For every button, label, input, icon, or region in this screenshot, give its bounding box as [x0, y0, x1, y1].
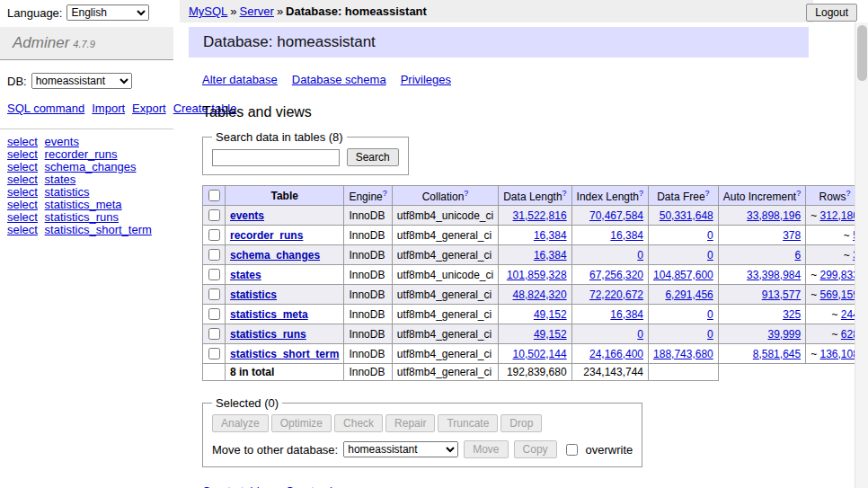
- data-free-link[interactable]: 6,291,456: [665, 288, 713, 301]
- sidebar-select-link-statistics-short-term[interactable]: select: [7, 223, 38, 236]
- auto-increment-link[interactable]: 325: [783, 308, 801, 321]
- overwrite-checkbox[interactable]: [566, 444, 578, 456]
- search-input[interactable]: [212, 149, 340, 166]
- data-length-link[interactable]: 31,522,816: [513, 209, 567, 222]
- data-free-link[interactable]: 0: [707, 308, 713, 321]
- optimize-button[interactable]: Optimize: [271, 414, 332, 432]
- row-checkbox-schema-changes[interactable]: [208, 249, 220, 261]
- sidebar-link-import[interactable]: Import: [92, 102, 125, 115]
- analyze-button[interactable]: Analyze: [212, 414, 269, 432]
- row-checkbox-recorder-runs[interactable]: [208, 229, 220, 241]
- sidebar-link-sql-command[interactable]: SQL command: [7, 102, 84, 115]
- data-length-link[interactable]: 10,502,144: [513, 348, 567, 360]
- table-name-link-statistics-runs[interactable]: statistics_runs: [230, 328, 306, 341]
- rows-link[interactable]: 136,108: [820, 348, 859, 360]
- select-all-checkbox[interactable]: [208, 190, 220, 201]
- data-free-link[interactable]: 0: [707, 229, 713, 242]
- table-name-link-statistics-short-term[interactable]: statistics_short_term: [230, 348, 339, 360]
- data-length-link[interactable]: 16,384: [534, 229, 567, 242]
- language-select[interactable]: English: [66, 4, 149, 21]
- sidebar-table-link-statistics-meta[interactable]: statistics_meta: [45, 198, 122, 211]
- auto-increment-link[interactable]: 8,581,645: [753, 348, 801, 360]
- row-checkbox-states[interactable]: [208, 269, 220, 280]
- db-action-link-database-schema[interactable]: Database schema: [292, 73, 386, 86]
- logout-button[interactable]: Logout: [806, 4, 857, 22]
- rows-link[interactable]: 569,159: [820, 288, 859, 301]
- index-length-link[interactable]: 24,166,400: [589, 348, 643, 360]
- doc-link-index-length[interactable]: ?: [639, 189, 643, 198]
- sidebar-table-link-statistics-short-term[interactable]: statistics_short_term: [45, 223, 152, 236]
- index-length-link[interactable]: 0: [637, 328, 643, 341]
- rows-link[interactable]: 312,180: [820, 209, 859, 222]
- auto-increment-link[interactable]: 378: [783, 229, 801, 242]
- copy-button[interactable]: Copy: [514, 440, 557, 458]
- data-length-link[interactable]: 49,152: [534, 308, 567, 321]
- scrollbar-thumb[interactable]: [857, 25, 867, 81]
- sidebar-table-link-states[interactable]: states: [45, 173, 76, 186]
- index-length-link[interactable]: 0: [637, 249, 643, 262]
- sidebar-select-link-statistics-runs[interactable]: select: [7, 210, 38, 224]
- sidebar-select-link-schema-changes[interactable]: select: [7, 160, 38, 173]
- index-length-link[interactable]: 72,220,672: [589, 288, 643, 301]
- drop-button[interactable]: Drop: [500, 414, 542, 432]
- row-checkbox-events[interactable]: [208, 209, 220, 221]
- index-length-link[interactable]: 16,384: [610, 229, 643, 242]
- index-length-link[interactable]: 70,467,584: [589, 209, 643, 222]
- truncate-button[interactable]: Truncate: [438, 414, 498, 432]
- create-link-create-table[interactable]: Create table: [202, 484, 266, 488]
- sidebar-table-link-recorder-runs[interactable]: recorder_runs: [45, 147, 118, 161]
- row-checkbox-statistics-meta[interactable]: [208, 308, 220, 320]
- db-action-link-privileges[interactable]: Privileges: [401, 73, 451, 86]
- auto-increment-link[interactable]: 33,898,196: [747, 209, 801, 222]
- search-button[interactable]: Search: [347, 148, 399, 166]
- table-name-link-statistics-meta[interactable]: statistics_meta: [230, 308, 308, 321]
- data-free-link[interactable]: 0: [707, 249, 713, 262]
- index-length-link[interactable]: 67,256,320: [589, 269, 643, 281]
- data-length-link[interactable]: 48,824,320: [513, 288, 567, 301]
- table-name-link-events[interactable]: events: [230, 209, 264, 222]
- sidebar-select-link-statistics-meta[interactable]: select: [7, 198, 38, 211]
- index-length-link[interactable]: 16,384: [610, 308, 643, 321]
- sidebar-table-link-schema-changes[interactable]: schema_changes: [45, 160, 137, 173]
- row-checkbox-statistics-runs[interactable]: [208, 328, 220, 340]
- doc-link-rows[interactable]: ?: [846, 189, 851, 198]
- sidebar-select-link-events[interactable]: select: [7, 135, 38, 148]
- db-select[interactable]: homeassistant: [31, 73, 132, 89]
- doc-link-collation[interactable]: ?: [464, 189, 468, 198]
- data-free-link[interactable]: 0: [707, 328, 713, 341]
- check-button[interactable]: Check: [334, 414, 383, 432]
- sidebar-select-link-states[interactable]: select: [7, 173, 38, 186]
- sidebar-link-export[interactable]: Export: [132, 102, 166, 115]
- data-length-link[interactable]: 49,152: [534, 328, 567, 341]
- data-free-link[interactable]: 50,331,648: [660, 209, 713, 222]
- breadcrumb-mysql-link[interactable]: MySQL: [189, 4, 227, 18]
- data-length-link[interactable]: 101,859,328: [507, 269, 567, 281]
- data-free-link[interactable]: 188,743,680: [653, 348, 713, 360]
- table-name-link-schema-changes[interactable]: schema_changes: [230, 249, 320, 262]
- sidebar-table-link-events[interactable]: events: [45, 135, 79, 148]
- move-db-select[interactable]: homeassistant: [343, 441, 458, 457]
- table-name-link-states[interactable]: states: [230, 269, 261, 281]
- auto-increment-link[interactable]: 39,999: [767, 328, 801, 341]
- breadcrumb-server-link[interactable]: Server: [240, 4, 274, 18]
- doc-link-data-length[interactable]: ?: [562, 189, 567, 198]
- table-name-link-statistics[interactable]: statistics: [230, 288, 277, 301]
- sidebar-select-link-recorder-runs[interactable]: select: [7, 147, 38, 161]
- row-checkbox-statistics-short-term[interactable]: [208, 348, 220, 359]
- rows-link[interactable]: 299,833: [820, 269, 859, 281]
- sidebar-table-link-statistics-runs[interactable]: statistics_runs: [45, 210, 119, 224]
- auto-increment-link[interactable]: 33,398,984: [747, 269, 801, 281]
- table-name-link-recorder-runs[interactable]: recorder_runs: [230, 229, 303, 242]
- doc-link-auto-increment[interactable]: ?: [796, 189, 801, 198]
- vertical-scrollbar[interactable]: [855, 22, 868, 488]
- sidebar-select-link-statistics[interactable]: select: [7, 185, 38, 199]
- sidebar-table-link-statistics[interactable]: statistics: [45, 185, 90, 199]
- move-button[interactable]: Move: [464, 440, 508, 458]
- create-link-create-view[interactable]: Create view: [286, 484, 348, 488]
- row-checkbox-statistics[interactable]: [208, 288, 220, 300]
- repair-button[interactable]: Repair: [385, 414, 435, 432]
- data-length-link[interactable]: 16,384: [534, 249, 567, 262]
- doc-link-engine[interactable]: ?: [383, 189, 387, 198]
- auto-increment-link[interactable]: 6: [794, 249, 801, 262]
- data-free-link[interactable]: 104,857,600: [653, 269, 713, 281]
